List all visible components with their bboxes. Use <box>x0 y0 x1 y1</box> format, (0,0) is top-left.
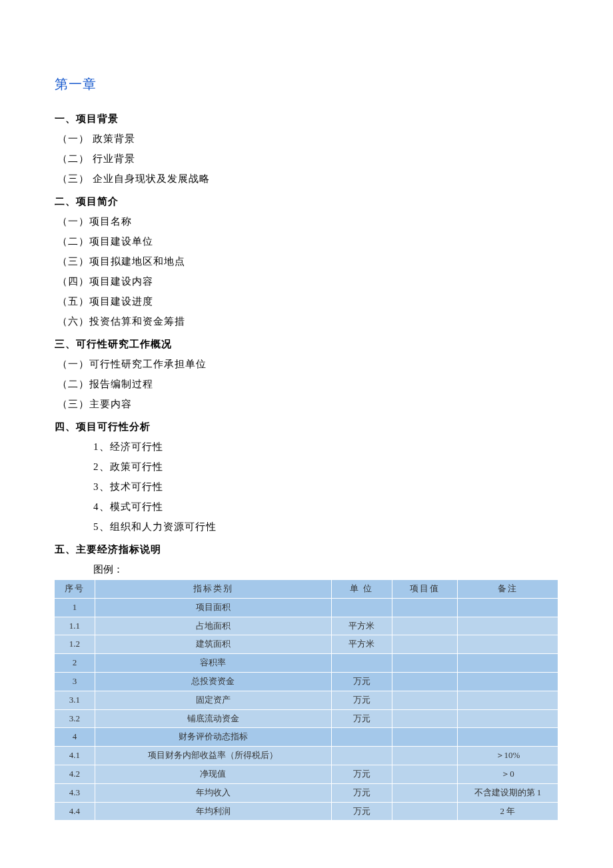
section-3-title: 三、可行性研究工作概况 <box>55 336 558 352</box>
table-cell-note <box>457 709 558 728</box>
table-cell-note: ＞0 <box>457 765 558 783</box>
table-cell-no: 4 <box>55 728 95 747</box>
section-1-item: （二） 行业背景 <box>55 151 558 167</box>
table-cell-cat: 项目面积 <box>95 598 331 617</box>
table-row: 4.1项目财务内部收益率（所得税后）＞10% <box>55 747 558 765</box>
table-cell-unit <box>332 728 392 747</box>
table-cell-note <box>457 635 558 654</box>
table-cell-val <box>392 691 457 709</box>
table-cell-note <box>457 728 558 747</box>
table-row: 1.1占地面积平方米 <box>55 617 558 635</box>
table-cell-no: 2 <box>55 654 95 673</box>
section-3-item: （三）主要内容 <box>55 396 558 412</box>
table-cell-no: 4.3 <box>55 783 95 802</box>
table-cell-no: 4.1 <box>55 747 95 765</box>
table-cell-unit <box>332 654 392 673</box>
table-header-row: 序号 指标类别 单 位 项目值 备注 <box>55 580 558 598</box>
table-row: 3.1固定资产万元 <box>55 691 558 709</box>
table-cell-note: 不含建设期的第 1 <box>457 783 558 802</box>
section-4-item: 1、经济可行性 <box>55 439 558 455</box>
table-cell-val <box>392 709 457 728</box>
header-no: 序号 <box>55 580 95 598</box>
table-cell-cat: 铺底流动资金 <box>95 709 331 728</box>
table-cell-no: 1.2 <box>55 635 95 654</box>
table-cell-val <box>392 672 457 691</box>
table-cell-unit: 万元 <box>332 709 392 728</box>
table-legend-label: 图例： <box>55 561 558 577</box>
chapter-title: 第一章 <box>55 73 558 95</box>
section-2-item: （一）项目名称 <box>55 213 558 229</box>
table-cell-note: 2 年 <box>457 802 558 821</box>
header-value: 项目值 <box>392 580 457 598</box>
table-row: 4.4年均利润万元2 年 <box>55 802 558 821</box>
section-5-title: 五、主要经济指标说明 <box>55 541 558 557</box>
section-1-item: （一） 政策背景 <box>55 131 558 147</box>
section-3-item: （一）可行性研究工作承担单位 <box>55 356 558 372</box>
table-cell-unit: 万元 <box>332 802 392 821</box>
table-cell-val <box>392 765 457 783</box>
economic-indicators-table: 序号 指标类别 单 位 项目值 备注 1项目面积1.1占地面积平方米1.2建筑面… <box>55 580 558 821</box>
table-cell-no: 1 <box>55 598 95 617</box>
section-1-item: （三） 企业自身现状及发展战略 <box>55 171 558 187</box>
section-4-item: 3、技术可行性 <box>55 479 558 495</box>
table-cell-no: 3.1 <box>55 691 95 709</box>
section-2-item: （二）项目建设单位 <box>55 233 558 249</box>
table-cell-unit: 平方米 <box>332 617 392 635</box>
table-row: 4.3年均收入万元不含建设期的第 1 <box>55 783 558 802</box>
section-1-title: 一、项目背景 <box>55 111 558 127</box>
table-cell-cat: 年均收入 <box>95 783 331 802</box>
table-cell-val <box>392 783 457 802</box>
table-cell-unit: 万元 <box>332 783 392 802</box>
table-cell-val <box>392 617 457 635</box>
table-cell-no: 1.1 <box>55 617 95 635</box>
section-2-item: （四）项目建设内容 <box>55 273 558 289</box>
table-cell-val <box>392 728 457 747</box>
table-row: 2容积率 <box>55 654 558 673</box>
table-cell-note <box>457 598 558 617</box>
header-note: 备注 <box>457 580 558 598</box>
header-category: 指标类别 <box>95 580 331 598</box>
table-cell-cat: 容积率 <box>95 654 331 673</box>
table-body: 1项目面积1.1占地面积平方米1.2建筑面积平方米2容积率3总投资资金万元3.1… <box>55 598 558 821</box>
table-cell-note: ＞10% <box>457 747 558 765</box>
table-cell-note <box>457 617 558 635</box>
table-cell-no: 3.2 <box>55 709 95 728</box>
section-2-title: 二、项目简介 <box>55 193 558 209</box>
table-cell-no: 4.2 <box>55 765 95 783</box>
section-4-title: 四、项目可行性分析 <box>55 419 558 435</box>
section-4-item: 2、政策可行性 <box>55 459 558 475</box>
table-cell-unit: 万元 <box>332 691 392 709</box>
section-2-item: （五）项目建设进度 <box>55 293 558 309</box>
table-cell-cat: 项目财务内部收益率（所得税后） <box>95 747 331 765</box>
table-cell-unit: 平方米 <box>332 635 392 654</box>
table-cell-note <box>457 654 558 673</box>
table-cell-val <box>392 654 457 673</box>
section-2-item: （三）项目拟建地区和地点 <box>55 253 558 269</box>
table-cell-note <box>457 672 558 691</box>
table-cell-no: 3 <box>55 672 95 691</box>
table-cell-val <box>392 802 457 821</box>
table-cell-cat: 总投资资金 <box>95 672 331 691</box>
table-cell-val <box>392 598 457 617</box>
header-unit: 单 位 <box>332 580 392 598</box>
table-cell-cat: 净现值 <box>95 765 331 783</box>
table-cell-cat: 年均利润 <box>95 802 331 821</box>
table-row: 3.2铺底流动资金万元 <box>55 709 558 728</box>
table-cell-unit: 万元 <box>332 672 392 691</box>
table-cell-unit <box>332 747 392 765</box>
table-cell-unit <box>332 598 392 617</box>
table-cell-cat: 占地面积 <box>95 617 331 635</box>
table-cell-cat: 建筑面积 <box>95 635 331 654</box>
table-cell-cat: 财务评价动态指标 <box>95 728 331 747</box>
table-cell-cat: 固定资产 <box>95 691 331 709</box>
table-row: 3总投资资金万元 <box>55 672 558 691</box>
table-row: 4财务评价动态指标 <box>55 728 558 747</box>
table-cell-note <box>457 691 558 709</box>
section-4-item: 4、模式可行性 <box>55 499 558 515</box>
table-cell-val <box>392 747 457 765</box>
table-cell-no: 4.4 <box>55 802 95 821</box>
section-3-item: （二）报告编制过程 <box>55 376 558 392</box>
section-4-item: 5、组织和人力资源可行性 <box>55 519 558 535</box>
section-2-item: （六）投资估算和资金筹措 <box>55 313 558 329</box>
table-cell-val <box>392 635 457 654</box>
